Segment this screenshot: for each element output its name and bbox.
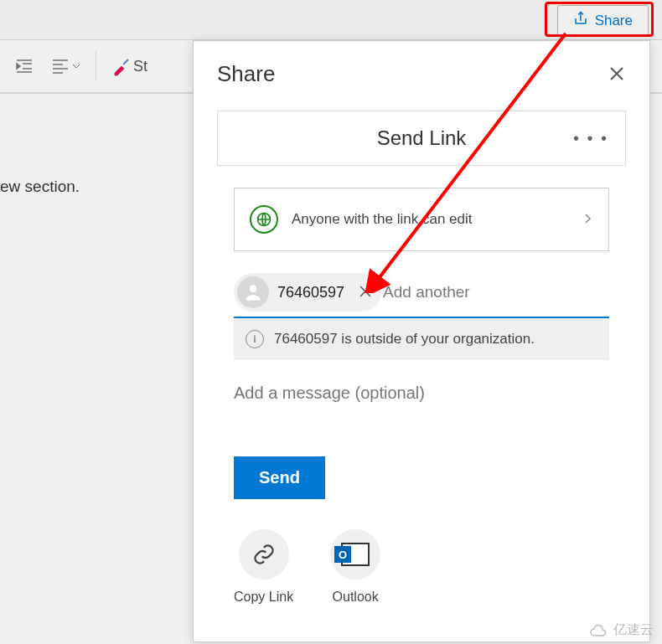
close-icon xyxy=(609,66,624,81)
copy-link-button[interactable]: Copy Link xyxy=(234,529,293,605)
outlook-icon xyxy=(330,529,380,580)
cloud-icon xyxy=(588,623,608,638)
svg-point-1 xyxy=(250,285,257,292)
avatar-icon xyxy=(237,276,269,308)
share-actions: Copy Link Outlook xyxy=(234,529,626,605)
share-panel: Share Send Link • • • Anyone with the li… xyxy=(193,40,650,642)
info-icon: i xyxy=(246,330,264,348)
link-icon xyxy=(239,529,289,580)
watermark-text: 亿速云 xyxy=(613,621,654,639)
send-button[interactable]: Send xyxy=(234,456,325,499)
outlook-label: Outlook xyxy=(333,590,379,605)
message-input[interactable] xyxy=(234,384,609,403)
send-link-title: Send Link xyxy=(377,126,467,150)
copy-link-label: Copy Link xyxy=(234,590,293,605)
external-warning: i 76460597 is outside of your organizati… xyxy=(234,318,609,360)
watermark: 亿速云 xyxy=(588,621,654,639)
close-button[interactable] xyxy=(604,61,629,86)
outlook-button[interactable]: Outlook xyxy=(330,529,380,605)
recipient-chip-label: 76460597 xyxy=(277,284,344,301)
close-icon xyxy=(359,286,371,297)
external-warning-text: 76460597 is outside of your organization… xyxy=(274,331,535,348)
link-scope-text: Anyone with the link can edit xyxy=(292,211,472,228)
share-panel-title: Share xyxy=(217,61,626,87)
more-button[interactable]: • • • xyxy=(573,129,608,148)
send-link-card: Send Link • • • xyxy=(217,111,626,166)
globe-icon xyxy=(250,205,278,234)
remove-recipient-button[interactable] xyxy=(353,284,373,301)
chevron-right-icon xyxy=(583,211,593,228)
link-scope-selector[interactable]: Anyone with the link can edit xyxy=(234,188,609,251)
recipient-input-row[interactable]: 76460597 xyxy=(234,273,609,318)
add-recipient-input[interactable] xyxy=(381,278,609,307)
recipient-chip: 76460597 xyxy=(234,273,381,312)
